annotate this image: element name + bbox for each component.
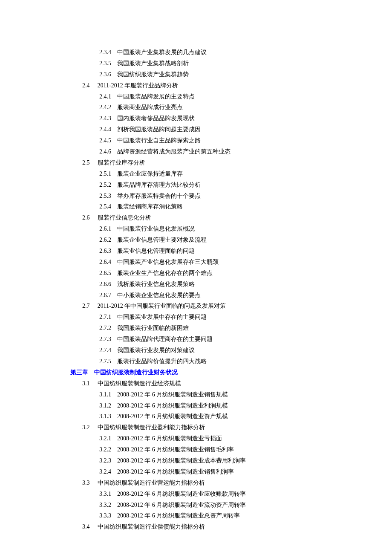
toc-entry: 2.7.3中国服装品牌代理商存在的主要问题 — [70, 334, 322, 345]
toc-number: 3.3.2 — [99, 500, 117, 511]
toc-number: 2.7.1 — [99, 312, 117, 323]
toc-number: 2.5.2 — [99, 179, 117, 191]
document-page: 2.3.4中国服装产业集群发展的几点建议2.3.5我国服装产业集群战略剖析2.3… — [0, 0, 392, 555]
toc-entry: 3.3.32008-2012 年 6 月纺织服装制造业总资产周转率 — [70, 510, 322, 521]
toc-entry: 2.6.1中国服装行业信息化发展概况 — [70, 223, 322, 234]
toc-title: 服装企业应保持适量库存 — [117, 171, 183, 177]
toc-title: 2008-2012 年 6 月纺织服装制造业销售毛利率 — [117, 446, 234, 453]
toc-title: 服装业信息化管理面临的问题 — [117, 248, 195, 254]
toc-entry: 2.3.5我国服装产业集群战略剖析 — [70, 58, 322, 69]
toc-entry: 3.1.12008-2012 年 6 月纺织服装制造业销售规模 — [70, 389, 322, 400]
toc-entry: 2.42011-2012 年服装行业品牌分析 — [70, 80, 322, 91]
toc-title: 中国服装品牌代理商存在的主要问题 — [117, 336, 213, 342]
toc-title: 服装企业生产信息化存在的两个难点 — [117, 270, 213, 276]
toc-entry: 3.2.32008-2012 年 6 月纺织服装制造业成本费用利润率 — [70, 455, 322, 466]
toc-entry: 2.3.4中国服装产业集群发展的几点建议 — [70, 47, 322, 58]
toc-title: 中国服装产业信息化发展存在三大瓶颈 — [117, 259, 219, 265]
toc-entry: 2.4.3国内服装奢侈品品牌发展现状 — [70, 113, 322, 124]
toc-entry: 3.2.12008-2012 年 6 月纺织服装制造业亏损面 — [70, 433, 322, 444]
toc-title: 服装行业品牌价值提升的四大战略 — [117, 358, 207, 364]
toc-entry: 2.5.1服装企业应保持适量库存 — [70, 168, 322, 179]
toc-number: 2.6.5 — [99, 268, 117, 279]
toc-number: 2.4.5 — [99, 135, 117, 146]
toc-entry: 2.4.1中国服装品牌发展的主要特点 — [70, 91, 322, 102]
toc-entry: 3.3.22008-2012 年 6 月纺织服装制造业流动资产周转率 — [70, 500, 322, 511]
toc-number: 2.4 — [82, 80, 98, 91]
toc-entry: 2.6服装行业信息化分析 — [70, 212, 322, 223]
toc-title: 浅析服装行业信息化发展策略 — [117, 281, 195, 287]
toc-number: 2.6.6 — [99, 279, 117, 290]
toc-number: 2.5.1 — [99, 168, 117, 179]
toc-number: 2.6.7 — [99, 290, 117, 301]
toc-title: 中国服装业发展中存在的主要问题 — [117, 314, 207, 320]
toc-entry: 2.3.6我国纺织服装产业集群趋势 — [70, 69, 322, 80]
toc-number: 2.7.5 — [99, 356, 117, 367]
toc-number: 2.5.3 — [99, 191, 117, 202]
toc-title: 中国纺织服装制造行业盈利能力指标分析 — [98, 424, 205, 431]
toc-entry: 3.3.12008-2012 年 6 月纺织服装制造业应收账款周转率 — [70, 489, 322, 500]
toc-number: 3.1.1 — [99, 389, 117, 400]
toc-title: 举办库存服装特卖会的十个要点 — [117, 193, 201, 199]
toc-number: 3.1.2 — [99, 400, 117, 411]
toc-number: 3.3.3 — [99, 510, 117, 521]
toc-title: 我国纺织服装产业集群趋势 — [117, 71, 189, 78]
toc-title: 服装经销商库存消化策略 — [117, 203, 183, 210]
toc-entry: 2.4.5中国服装行业自主品牌探索之路 — [70, 135, 322, 146]
toc-title: 2008-2012 年 6 月纺织服装制造业利润规模 — [117, 402, 228, 409]
toc-title: 服装商业品牌成行业亮点 — [117, 104, 183, 110]
toc-entry: 2.6.4中国服装产业信息化发展存在三大瓶颈 — [70, 257, 322, 268]
table-of-contents: 2.3.4中国服装产业集群发展的几点建议2.3.5我国服装产业集群战略剖析2.3… — [70, 47, 322, 532]
toc-title: 中小服装企业信息化发展的要点 — [117, 292, 201, 298]
toc-entry: 3.1.32008-2012 年 6 月纺织服装制造业资产规模 — [70, 411, 322, 422]
toc-number: 3.2.3 — [99, 455, 117, 466]
toc-title: 我国服装产业集群战略剖析 — [117, 60, 189, 66]
toc-number: 2.6.4 — [99, 257, 117, 268]
toc-title: 我国服装行业发展的对策建议 — [117, 347, 195, 353]
toc-title: 2008-2012 年 6 月纺织服装制造业成本费用利润率 — [117, 457, 246, 464]
toc-entry: 2.6.7中小服装企业信息化发展的要点 — [70, 290, 322, 301]
toc-title: 2008-2012 年 6 月纺织服装制造业资产规模 — [117, 413, 228, 419]
toc-number: 2.4.4 — [99, 124, 117, 135]
toc-title: 剖析我国服装品牌问题主要成因 — [117, 126, 201, 133]
toc-title: 中国纺织服装制造行业偿债能力指标分析 — [98, 523, 205, 530]
toc-entry: 2.6.6浅析服装行业信息化发展策略 — [70, 279, 322, 290]
toc-number: 2.3.5 — [99, 58, 117, 69]
toc-title: 2008-2012 年 6 月纺织服装制造业总资产周转率 — [117, 512, 240, 519]
toc-number: 3.3.1 — [99, 489, 117, 500]
toc-entry: 3.2.42008-2012 年 6 月纺织服装制造业销售利润率 — [70, 466, 322, 477]
toc-number: 3.2.2 — [99, 444, 117, 455]
toc-number: 2.6.2 — [99, 234, 117, 246]
toc-number: 2.7 — [82, 301, 98, 312]
toc-entry: 3.3中国纺织服装制造行业营运能力指标分析 — [70, 477, 322, 489]
toc-entry: 2.5.3举办库存服装特卖会的十个要点 — [70, 191, 322, 202]
toc-entry: 3.2中国纺织服装制造行业盈利能力指标分析 — [70, 422, 322, 433]
toc-number: 2.5 — [82, 157, 98, 168]
toc-number: 2.4.2 — [99, 102, 117, 113]
toc-entry: 2.6.2服装企业信息管理主要对象及流程 — [70, 234, 322, 246]
toc-entry: 2.4.2服装商业品牌成行业亮点 — [70, 102, 322, 113]
toc-title: 中国服装产业集群发展的几点建议 — [117, 49, 207, 55]
toc-entry: 3.2.22008-2012 年 6 月纺织服装制造业销售毛利率 — [70, 444, 322, 455]
toc-number: 3.1 — [82, 378, 98, 389]
toc-title: 服装品牌库存清理方法比较分析 — [117, 182, 201, 188]
toc-title: 2008-2012 年 6 月纺织服装制造业亏损面 — [117, 435, 222, 442]
toc-title: 服装企业信息管理主要对象及流程 — [117, 237, 207, 243]
toc-number: 3.2.4 — [99, 466, 117, 477]
toc-entry: 2.4.6品牌资源经营将成为服装产业的第五种业态 — [70, 146, 322, 157]
toc-entry: 2.6.5服装企业生产信息化存在的两个难点 — [70, 268, 322, 279]
toc-number: 3.3 — [82, 477, 98, 489]
toc-number: 2.4.3 — [99, 113, 117, 124]
toc-entry: 2.4.4剖析我国服装品牌问题主要成因 — [70, 124, 322, 135]
toc-title: 中国服装品牌发展的主要特点 — [117, 93, 195, 100]
toc-number: 3.2.1 — [99, 433, 117, 444]
toc-title: 2008-2012 年 6 月纺织服装制造业销售利润率 — [117, 468, 234, 475]
toc-number: 第三章 — [70, 367, 94, 378]
toc-title: 品牌资源经营将成为服装产业的第五种业态 — [117, 148, 231, 155]
toc-title: 2008-2012 年 6 月纺织服装制造业销售规模 — [117, 391, 228, 398]
toc-title: 服装行业信息化分析 — [98, 214, 151, 221]
toc-entry: 第三章中国纺织服装制造行业财务状况 — [70, 367, 322, 378]
toc-entry: 2.5.2服装品牌库存清理方法比较分析 — [70, 179, 322, 191]
toc-title: 中国服装行业信息化发展概况 — [117, 225, 195, 232]
toc-entry: 2.6.3服装业信息化管理面临的问题 — [70, 246, 322, 257]
toc-title: 我国服装行业面临的新困难 — [117, 325, 189, 331]
